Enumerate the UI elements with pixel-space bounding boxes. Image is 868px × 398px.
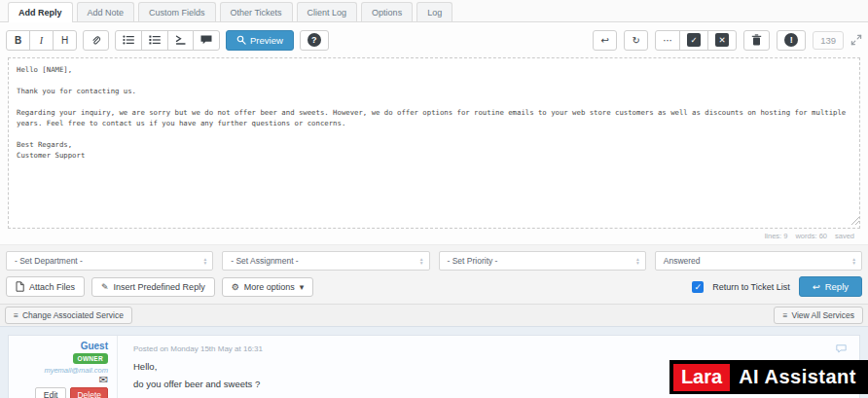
check-square-icon: ✓ <box>687 33 701 47</box>
priority-select[interactable]: - Set Priority - ▴▾ <box>439 251 646 271</box>
preview-label: Preview <box>250 35 283 46</box>
tab-bar: Add Reply Add Note Custom Fields Other T… <box>0 0 868 22</box>
fullscreen-button[interactable] <box>850 34 862 46</box>
view-all-services-button[interactable]: ≡ View All Services <box>774 307 863 324</box>
envelope-icon: ✉ <box>99 375 108 384</box>
return-to-ticket-list-checkbox[interactable]: ✓ <box>692 281 704 293</box>
ordered-list-button[interactable] <box>141 30 168 51</box>
info-icon: ! <box>784 33 798 47</box>
tab-other-tickets[interactable]: Other Tickets <box>220 2 293 21</box>
editor-status: lines: 9 words: 60 saved <box>6 229 862 244</box>
ticket-controls: - Set Department - ▴▾ - Set Assignment -… <box>0 244 868 304</box>
assignment-value: - Set Assignment - <box>231 256 298 266</box>
trash-button[interactable] <box>743 30 770 51</box>
comment-icon <box>200 35 212 45</box>
ellipsis-icon: ⋯ <box>663 35 672 46</box>
spinner-icon: ▴▾ <box>852 257 855 265</box>
deselect-button[interactable]: ✕ <box>707 30 737 51</box>
quote-bubble-icon[interactable] <box>836 344 847 353</box>
spinner-icon: ▴▾ <box>636 257 639 265</box>
change-associated-service-button[interactable]: ≡ Change Associated Service <box>5 307 132 324</box>
attach-files-label: Attach Files <box>29 282 75 292</box>
insert-predefined-reply-button[interactable]: ✎ Insert Predefined Reply <box>91 277 215 297</box>
refresh-icon: ↻ <box>632 35 639 46</box>
reply-arrow-icon: ↩ <box>813 281 820 292</box>
caret-down-icon: ▾ <box>300 282 305 292</box>
tab-add-note[interactable]: Add Note <box>77 2 135 21</box>
hamburger-icon: ≡ <box>782 310 787 320</box>
spinner-icon: ▴▾ <box>420 257 423 265</box>
author-link[interactable]: Guest <box>81 341 108 351</box>
logo-brand: Lara <box>673 364 730 391</box>
list-icon: ≡ <box>14 310 18 320</box>
ordered-list-icon <box>149 35 161 45</box>
tab-log[interactable]: Log <box>416 2 452 21</box>
reply-button[interactable]: ↩ Reply <box>799 276 862 297</box>
comment-button[interactable] <box>193 30 220 51</box>
tab-custom-fields[interactable]: Custom Fields <box>138 2 216 21</box>
view-all-services-label: View All Services <box>791 310 854 320</box>
priority-value: - Set Priority - <box>448 256 498 266</box>
link-button[interactable] <box>83 30 109 51</box>
owner-badge: OWNER <box>73 353 108 364</box>
assignment-select[interactable]: - Set Assignment - ▴▾ <box>222 251 429 271</box>
reply-editor[interactable]: Hello [NAME], Thank you for contacting u… <box>8 57 860 229</box>
indent-icon <box>175 35 186 45</box>
status-select[interactable]: Answered ▴▾ <box>655 251 862 271</box>
editor-toolbar: B I H <box>6 26 862 54</box>
message-author-panel: Guest OWNER myemail@mail.com ✉ Edit Dele… <box>9 336 118 398</box>
paperclip-icon <box>90 35 101 46</box>
document-icon <box>16 281 24 292</box>
indent-button[interactable] <box>167 30 194 51</box>
attach-files-button[interactable]: Attach Files <box>6 276 85 297</box>
ticket-reply-page: Add Reply Add Note Custom Fields Other T… <box>0 0 868 398</box>
heading-button[interactable]: H <box>53 30 77 51</box>
insert-predefined-reply-label: Insert Predefined Reply <box>114 282 205 292</box>
x-square-icon: ✕ <box>715 33 729 47</box>
tab-options[interactable]: Options <box>361 2 413 21</box>
department-value: - Set Department - <box>15 256 83 266</box>
select-all-button[interactable]: ✓ <box>679 30 708 51</box>
gear-icon: ⚙ <box>232 282 239 292</box>
info-button[interactable]: ! <box>777 30 806 51</box>
status-value: Answered <box>664 256 701 266</box>
return-to-ticket-list-label[interactable]: Return to Ticket List <box>712 282 790 292</box>
editor-section: B I H <box>0 22 868 244</box>
undo-icon: ↩ <box>600 35 608 46</box>
select-row: - Set Department - ▴▾ - Set Assignment -… <box>6 251 862 271</box>
logo-product: AI Assistant <box>739 366 856 388</box>
spinner-icon: ▴▾ <box>203 257 206 265</box>
tab-client-log[interactable]: Client Log <box>297 2 358 21</box>
refresh-button[interactable]: ↻ <box>624 30 648 51</box>
submit-area: ✓ Return to Ticket List ↩ Reply <box>692 276 862 297</box>
edit-button[interactable]: Edit <box>35 387 67 398</box>
bullet-list-button[interactable] <box>115 30 142 51</box>
pencil-icon: ✎ <box>101 282 109 292</box>
change-associated-service-label: Change Associated Service <box>22 310 124 320</box>
department-select[interactable]: - Set Department - ▴▾ <box>6 251 213 271</box>
undo-button[interactable]: ↩ <box>593 30 617 51</box>
lara-ai-assistant-logo: Lara AI Assistant <box>669 360 868 394</box>
more-options-label: More options <box>244 282 295 292</box>
bullet-list-icon <box>123 35 134 45</box>
char-count: 139 <box>813 31 844 50</box>
more-actions-button[interactable]: ⋯ <box>655 30 680 51</box>
trash-icon <box>751 34 762 46</box>
tab-add-reply[interactable]: Add Reply <box>8 2 73 22</box>
help-button[interactable]: ? <box>300 30 329 51</box>
more-options-button[interactable]: ⚙ More options ▾ <box>222 277 314 297</box>
lines-count: lines: 9 <box>765 232 788 244</box>
action-row: Attach Files ✎ Insert Predefined Reply ⚙… <box>6 276 862 297</box>
delete-button[interactable]: Delete <box>70 387 108 398</box>
italic-button[interactable]: I <box>29 30 54 51</box>
services-bar: ≡ Change Associated Service ≡ View All S… <box>0 304 868 327</box>
saved-status: saved <box>835 232 854 244</box>
message-timestamp: Posted on Monday 15th May at 16:31 <box>133 344 844 353</box>
search-icon <box>236 35 246 45</box>
reply-label: Reply <box>825 281 849 292</box>
words-count: words: 60 <box>795 232 827 244</box>
bold-button[interactable]: B <box>6 30 30 51</box>
preview-button[interactable]: Preview <box>226 30 294 51</box>
toolbar-right: ↩ ↻ ⋯ ✓ ✕ ! <box>593 30 862 51</box>
question-icon: ? <box>307 33 321 47</box>
